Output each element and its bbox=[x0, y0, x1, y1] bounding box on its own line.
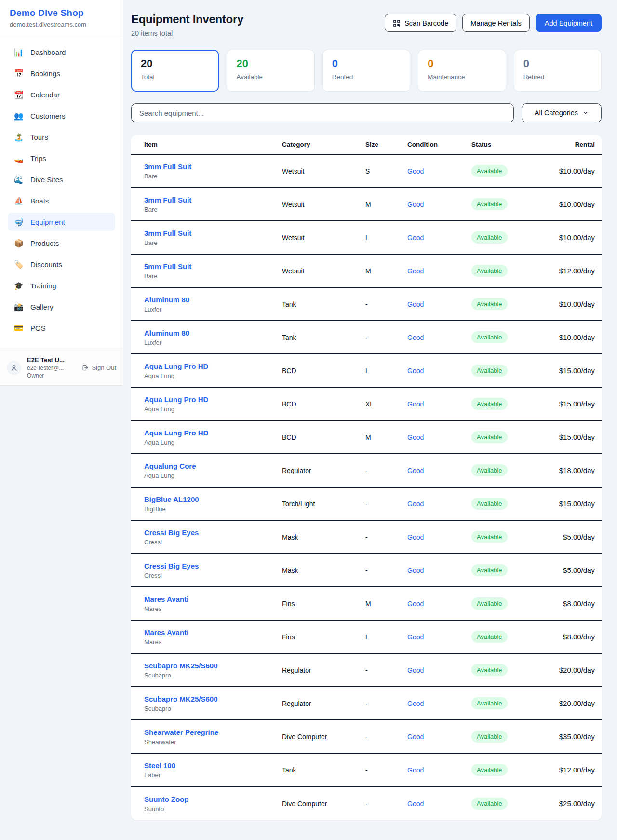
sidebar-item-label: Trips bbox=[30, 154, 46, 163]
sidebar-nav: 📊Dashboard📅Bookings📆Calendar👥Customers🏝️… bbox=[0, 35, 123, 350]
sidebar-item-label: Products bbox=[30, 239, 59, 247]
sidebar-item-calendar[interactable]: 📆Calendar bbox=[8, 85, 115, 104]
category-select-value: All Categories bbox=[535, 109, 578, 117]
item-name-link[interactable]: BigBlue AL1200 bbox=[144, 495, 282, 503]
sidebar-item-products[interactable]: 📦Products bbox=[8, 234, 115, 252]
condition-link[interactable]: Good bbox=[407, 700, 424, 707]
sidebar-item-bookings[interactable]: 📅Bookings bbox=[8, 64, 115, 82]
status-cell: Available bbox=[471, 464, 539, 476]
condition-cell: Good bbox=[407, 799, 471, 808]
add-equipment-button[interactable]: Add Equipment bbox=[536, 14, 602, 32]
item-name-link[interactable]: Mares Avanti bbox=[144, 595, 282, 603]
item-name-link[interactable]: 3mm Full Suit bbox=[144, 229, 282, 237]
size-cell: - bbox=[365, 567, 407, 574]
condition-link[interactable]: Good bbox=[407, 533, 424, 541]
sidebar-item-training[interactable]: 🎓Training bbox=[8, 276, 115, 295]
sidebar-item-discounts[interactable]: 🏷️Discounts bbox=[8, 255, 115, 273]
item-name-link[interactable]: 3mm Full Suit bbox=[144, 163, 282, 171]
item-brand: Cressi bbox=[144, 539, 282, 546]
condition-link[interactable]: Good bbox=[407, 500, 424, 508]
category-cell: Regulator bbox=[282, 700, 365, 707]
condition-link[interactable]: Good bbox=[407, 267, 424, 275]
category-cell: Wetsuit bbox=[282, 234, 365, 242]
status-cell: Available bbox=[471, 365, 539, 377]
condition-link[interactable]: Good bbox=[407, 666, 424, 674]
condition-link[interactable]: Good bbox=[407, 434, 424, 441]
item-name-link[interactable]: Suunto Zoop bbox=[144, 795, 282, 803]
item-name-link[interactable]: Aluminum 80 bbox=[144, 329, 282, 337]
stat-card-available[interactable]: 20Available bbox=[227, 50, 314, 92]
item-name-link[interactable]: Aluminum 80 bbox=[144, 296, 282, 304]
table-row: 3mm Full SuitBareWetsuitLGoodAvailable$1… bbox=[131, 221, 602, 255]
item-cell: Aqua Lung Pro HDAqua Lung bbox=[144, 395, 282, 413]
sidebar-item-equipment[interactable]: 🤿Equipment bbox=[8, 213, 115, 231]
item-name-link[interactable]: Cressi Big Eyes bbox=[144, 528, 282, 537]
item-name-link[interactable]: 3mm Full Suit bbox=[144, 196, 282, 204]
condition-link[interactable]: Good bbox=[407, 633, 424, 641]
item-cell: Aqualung CoreAqua Lung bbox=[144, 462, 282, 479]
condition-link[interactable]: Good bbox=[407, 234, 424, 242]
condition-link[interactable]: Good bbox=[407, 334, 424, 341]
condition-link[interactable]: Good bbox=[407, 600, 424, 608]
sidebar-item-customers[interactable]: 👥Customers bbox=[8, 107, 115, 125]
status-cell: Available bbox=[471, 631, 539, 643]
stat-card-total[interactable]: 20Total bbox=[131, 50, 219, 92]
condition-link[interactable]: Good bbox=[407, 167, 424, 175]
user-icon bbox=[10, 364, 18, 372]
item-brand: Aqua Lung bbox=[144, 372, 282, 379]
sidebar-item-dashboard[interactable]: 📊Dashboard bbox=[8, 43, 115, 61]
item-name-link[interactable]: Shearwater Peregrine bbox=[144, 728, 282, 736]
item-name-link[interactable]: Aqua Lung Pro HD bbox=[144, 395, 282, 404]
scan-barcode-button[interactable]: Scan Barcode bbox=[385, 14, 456, 32]
status-cell: Available bbox=[471, 531, 539, 543]
stat-card-rented[interactable]: 0Rented bbox=[322, 50, 410, 92]
condition-cell: Good bbox=[407, 633, 471, 641]
condition-link[interactable]: Good bbox=[407, 400, 424, 408]
condition-link[interactable]: Good bbox=[407, 800, 424, 808]
item-name-link[interactable]: Cressi Big Eyes bbox=[144, 562, 282, 570]
sidebar-item-gallery[interactable]: 📸Gallery bbox=[8, 298, 115, 316]
table-row: Mares AvantiMaresFinsMGoodAvailable$8.00… bbox=[131, 587, 602, 621]
item-name-link[interactable]: Aqualung Core bbox=[144, 462, 282, 470]
item-name-link[interactable]: 5mm Full Suit bbox=[144, 262, 282, 271]
category-cell: Wetsuit bbox=[282, 267, 365, 275]
item-name-link[interactable]: Aqua Lung Pro HD bbox=[144, 362, 282, 370]
manage-rentals-label: Manage Rentals bbox=[470, 19, 522, 27]
condition-link[interactable]: Good bbox=[407, 201, 424, 208]
rental-price: $12.00/day bbox=[539, 766, 595, 774]
item-name-link[interactable]: Steel 100 bbox=[144, 761, 282, 770]
sidebar-item-trips[interactable]: 🚤Trips bbox=[8, 149, 115, 167]
stat-card-maintenance[interactable]: 0Maintenance bbox=[418, 50, 506, 92]
item-brand: BigBlue bbox=[144, 505, 282, 513]
condition-link[interactable]: Good bbox=[407, 367, 424, 375]
category-select[interactable]: All Categories bbox=[522, 103, 602, 122]
condition-link[interactable]: Good bbox=[407, 300, 424, 308]
manage-rentals-button[interactable]: Manage Rentals bbox=[462, 14, 530, 32]
sidebar-item-tours[interactable]: 🏝️Tours bbox=[8, 128, 115, 146]
item-name-link[interactable]: Aqua Lung Pro HD bbox=[144, 429, 282, 437]
stat-card-retired[interactable]: 0Retired bbox=[514, 50, 602, 92]
item-name-link[interactable]: Scubapro MK25/S600 bbox=[144, 695, 282, 703]
status-cell: Available bbox=[471, 731, 539, 743]
item-cell: Steel 100Faber bbox=[144, 761, 282, 779]
rental-price: $10.00/day bbox=[539, 300, 595, 308]
item-name-link[interactable]: Scubapro MK25/S600 bbox=[144, 662, 282, 670]
products-icon: 📦 bbox=[13, 239, 24, 248]
search-input[interactable] bbox=[131, 103, 514, 122]
sign-out-button[interactable]: Sign Out bbox=[81, 364, 116, 371]
condition-link[interactable]: Good bbox=[407, 733, 424, 741]
condition-link[interactable]: Good bbox=[407, 766, 424, 774]
condition-link[interactable]: Good bbox=[407, 567, 424, 574]
category-cell: Wetsuit bbox=[282, 167, 365, 175]
size-cell: - bbox=[365, 700, 407, 707]
condition-link[interactable]: Good bbox=[407, 467, 424, 474]
table-row: Suunto ZoopSuuntoDive Computer-GoodAvail… bbox=[131, 787, 602, 820]
size-cell: - bbox=[365, 300, 407, 308]
condition-cell: Good bbox=[407, 732, 471, 741]
sidebar-item-boats[interactable]: ⛵Boats bbox=[8, 191, 115, 210]
item-brand: Luxfer bbox=[144, 339, 282, 346]
item-brand: Luxfer bbox=[144, 306, 282, 313]
sidebar-item-pos[interactable]: 💳POS bbox=[8, 319, 115, 337]
item-name-link[interactable]: Mares Avanti bbox=[144, 628, 282, 637]
sidebar-item-dive-sites[interactable]: 🌊Dive Sites bbox=[8, 170, 115, 189]
